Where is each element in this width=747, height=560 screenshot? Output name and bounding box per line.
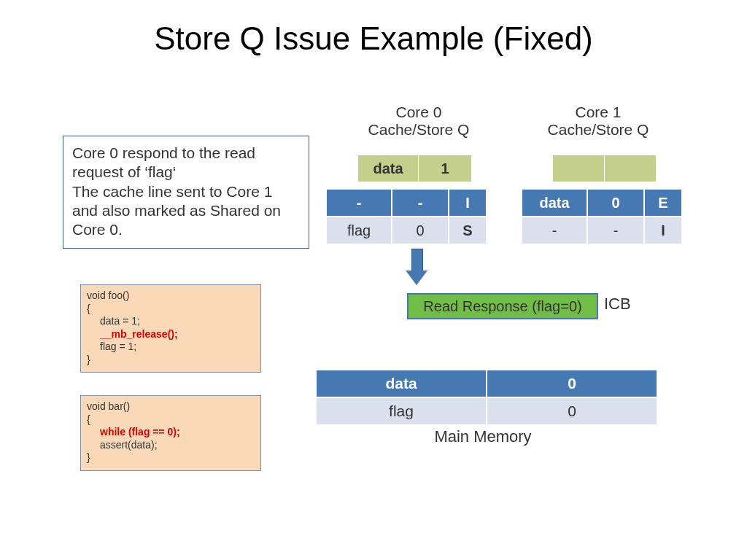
mem-cell: data <box>316 370 487 397</box>
main-memory-label: Main Memory <box>315 427 651 446</box>
core0-label: Core 0Cache/Store Q <box>346 104 492 139</box>
cache-cell: S <box>449 217 487 244</box>
icb-label: ICB <box>604 295 631 314</box>
storeq-cell: data <box>358 155 419 182</box>
code-line: assert(data); <box>87 439 255 452</box>
code-foo: void foo() { data = 1; __mb_release(); f… <box>80 284 261 373</box>
cache-cell: - <box>326 189 392 217</box>
cache-cell: - <box>392 189 449 217</box>
code-line: data = 1; <box>87 315 255 328</box>
storeq-cell <box>553 155 605 182</box>
code-line: } <box>87 354 255 367</box>
core1-cache: data 0 E - - I <box>521 188 683 245</box>
cache-cell: - <box>587 217 644 244</box>
storeq-cell <box>605 155 657 182</box>
slide-title: Store Q Issue Example (Fixed) <box>0 20 747 57</box>
code-line: flag = 1; <box>87 341 255 354</box>
cache-cell: I <box>449 189 487 217</box>
read-response: Read Response (flag=0) <box>407 293 598 319</box>
cache-cell: I <box>644 217 682 244</box>
core0-storeq: data 1 <box>357 155 472 182</box>
code-line: void foo() <box>87 289 255 303</box>
cache-cell: 0 <box>392 217 449 244</box>
code-line: } <box>87 451 255 464</box>
mem-cell: 0 <box>487 397 657 425</box>
code-bar: void bar() { while (flag == 0); assert(d… <box>80 395 261 471</box>
cache-cell: data <box>522 189 587 217</box>
code-line: { <box>87 413 255 427</box>
arrow-down-icon <box>406 249 427 287</box>
cache-cell: flag <box>326 217 392 244</box>
core1-storeq <box>552 155 657 182</box>
cache-cell: - <box>522 217 587 244</box>
code-line: __mb_release(); <box>87 328 255 341</box>
core0-cache: - - I flag 0 S <box>325 188 487 245</box>
core1-label: Core 1Cache/Store Q <box>525 104 671 139</box>
code-line: while (flag == 0); <box>87 426 255 439</box>
main-memory: data 0 flag 0 <box>315 369 658 426</box>
code-line: void bar() <box>87 400 255 413</box>
mem-cell: 0 <box>487 370 657 397</box>
cache-cell: 0 <box>587 189 644 217</box>
cache-cell: E <box>644 189 682 217</box>
storeq-cell: 1 <box>419 155 472 182</box>
mem-cell: flag <box>316 397 487 425</box>
code-line: { <box>87 303 255 316</box>
explain-box: Core 0 respond to the read request of ‘f… <box>63 136 309 249</box>
